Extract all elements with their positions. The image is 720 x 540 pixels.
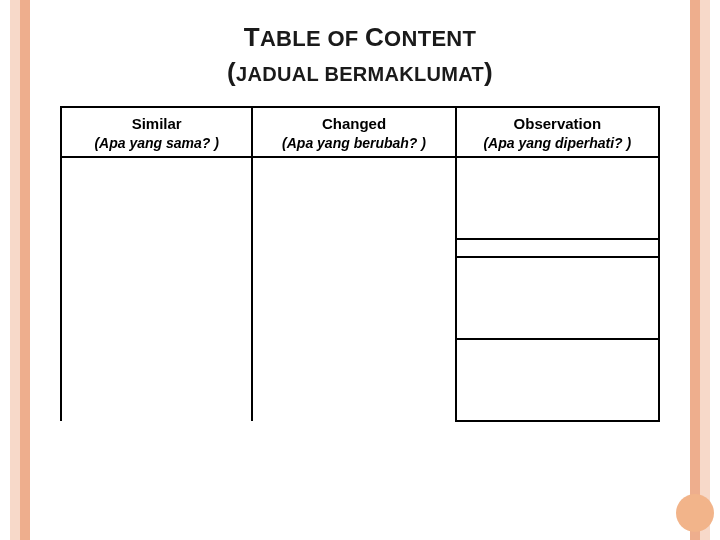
accent-stripe-light-right — [700, 0, 710, 540]
title-rest-adual: ADUAL — [247, 63, 318, 85]
header-observation: Observation (Apa yang diperhati? ) — [456, 107, 659, 157]
title-cap-c: C — [365, 22, 384, 52]
slide-content: TABLE OF CONTENT (JADUAL BERMAKLUMAT) Si… — [60, 22, 660, 506]
title-rest-ontent: ONTENT — [384, 26, 476, 51]
observation-cell-2 — [456, 239, 659, 257]
corner-circle-decoration — [676, 494, 714, 532]
header-changed-en: Changed — [322, 115, 386, 132]
accent-stripe-light-left — [10, 0, 20, 540]
header-observation-ms: (Apa yang diperhati? ) — [461, 134, 654, 152]
title-line-2: (JADUAL BERMAKLUMAT) — [60, 57, 660, 88]
title-rest-ermaklumat: ERMAKLUMAT — [339, 63, 484, 85]
header-changed: Changed (Apa yang berubah? ) — [252, 107, 455, 157]
accent-stripe-dark-right — [690, 0, 700, 540]
title-paren-close: ) — [484, 57, 493, 87]
changed-cell — [252, 157, 455, 421]
header-similar: Similar (Apa yang sama? ) — [61, 107, 252, 157]
title-of: OF — [321, 26, 365, 51]
accent-stripe-dark-left — [20, 0, 30, 540]
title-cap-b: B — [324, 63, 339, 85]
observation-cell-1 — [456, 157, 659, 239]
header-observation-en: Observation — [514, 115, 602, 132]
title-paren-open: ( — [227, 57, 236, 87]
title-cap-t: T — [244, 22, 260, 52]
title-cap-j: J — [236, 63, 247, 85]
header-similar-ms: (Apa yang sama? ) — [66, 134, 247, 152]
observation-cell-4 — [456, 339, 659, 421]
header-changed-ms: (Apa yang berubah? ) — [257, 134, 450, 152]
table-row — [61, 157, 659, 239]
header-similar-en: Similar — [132, 115, 182, 132]
title-rest-able: ABLE — [260, 26, 321, 51]
observation-cell-3 — [456, 257, 659, 339]
table-of-content: Similar (Apa yang sama? ) Changed (Apa y… — [60, 106, 660, 422]
title-line-1: TABLE OF CONTENT — [60, 22, 660, 53]
table-header-row: Similar (Apa yang sama? ) Changed (Apa y… — [61, 107, 659, 157]
similar-cell — [61, 157, 252, 421]
